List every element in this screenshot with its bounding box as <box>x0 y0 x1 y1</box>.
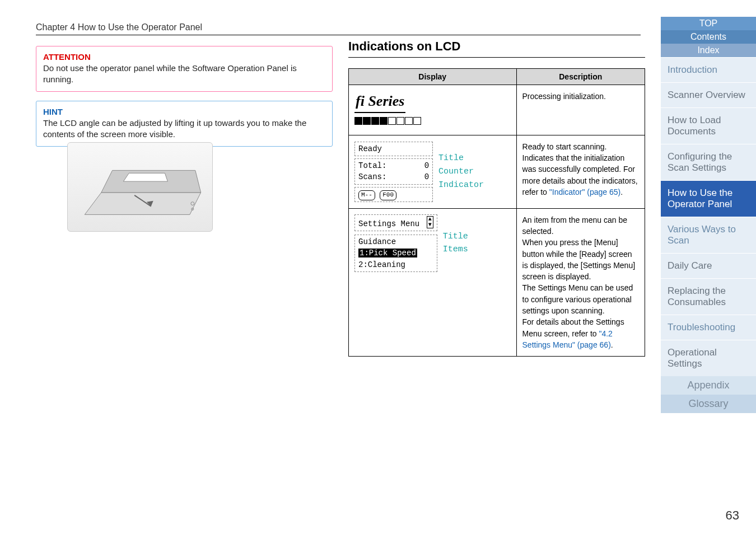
sidebar-nav: TOP Contents Index Introduction Scanner … <box>661 17 756 413</box>
sidebar-item-various-ways[interactable]: Various Ways to Scan <box>661 217 756 253</box>
attention-box: ATTENTION Do not use the operator panel … <box>36 46 333 92</box>
lcd-indicator-f: F00 <box>380 190 396 200</box>
nav-contents[interactable]: Contents <box>661 30 756 44</box>
scanner-illustration <box>67 142 213 232</box>
page-number: 63 <box>726 508 739 523</box>
lcd-indicator-m: M-- <box>358 190 375 200</box>
lcd-logo-text: fi Series <box>354 91 405 113</box>
table-header-description: Description <box>516 69 645 85</box>
desc-ready-after: . <box>620 188 623 196</box>
sidebar-item-load-documents[interactable]: How to Load Documents <box>661 107 756 144</box>
attention-title: ATTENTION <box>43 52 325 62</box>
hint-title: HINT <box>43 107 325 116</box>
updown-icon: ▲▼ <box>427 216 433 228</box>
sidebar-item-daily-care[interactable]: Daily Care <box>661 253 756 278</box>
lcd-menu-item-1: 1:Pick Speed <box>358 249 417 257</box>
sidebar-item-introduction[interactable]: Introduction <box>661 57 756 82</box>
annot-items: Items <box>443 243 468 256</box>
lcd-indications-table: Display Description fi Series Processing… <box>348 68 645 357</box>
nav-appendix[interactable]: Appendix <box>661 376 756 395</box>
attention-body: Do not use the operator panel while the … <box>43 63 325 86</box>
sidebar-item-consumables[interactable]: Replacing the Consumables <box>661 278 756 315</box>
desc-menu-after: . <box>611 340 613 349</box>
desc-cell-menu: An item from the menu can be selected. W… <box>516 208 645 357</box>
annot-title: Title <box>443 231 468 243</box>
table-row: Settings Menu ▲▼ Guidance 1:Pick Speed 2… <box>349 208 645 357</box>
display-cell-ready: Ready Total: 0 Scans: 0 <box>349 135 517 208</box>
hint-body: The LCD angle can be adjusted by lifting… <box>43 118 325 140</box>
display-cell-menu: Settings Menu ▲▼ Guidance 1:Pick Speed 2… <box>349 208 517 357</box>
svg-marker-0 <box>85 193 200 215</box>
desc-menu-text: An item from the menu can be selected. W… <box>522 216 636 338</box>
sidebar-item-scan-settings[interactable]: Configuring the Scan Settings <box>661 144 756 180</box>
lcd-menu-items: Guidance 1:Pick Speed 2:Cleaning <box>354 235 437 272</box>
annot-title: Title <box>438 152 484 165</box>
lcd-progress-bar <box>354 116 511 129</box>
lcd-menu-title: Settings Menu ▲▼ <box>354 214 437 231</box>
svg-marker-2 <box>123 173 167 181</box>
annot-indicator: Indicator <box>438 179 484 191</box>
desc-ready-link[interactable]: "Indicator" (page 65) <box>549 188 620 196</box>
chapter-header: Chapter 4 How to Use the Operator Panel <box>36 22 641 35</box>
section-title: Indications on LCD <box>348 39 645 58</box>
lcd-ready-counters: Total: 0 Scans: 0 <box>354 158 433 185</box>
nav-glossary[interactable]: Glossary <box>661 395 756 413</box>
lcd-total-label: Total: <box>358 161 386 170</box>
lcd-menu-subtitle: Guidance <box>358 236 433 247</box>
lcd-ready-title: Ready <box>354 142 433 156</box>
nav-top[interactable]: TOP <box>661 17 756 30</box>
annot-counter: Counter <box>438 166 484 178</box>
lcd-total-value: 0 <box>424 161 429 170</box>
desc-cell-init: Processing initialization. <box>516 85 645 135</box>
sidebar-item-operator-panel[interactable]: How to Use the Operator Panel <box>661 180 756 217</box>
table-row: Ready Total: 0 Scans: 0 <box>349 135 645 208</box>
sidebar-item-troubleshooting[interactable]: Troubleshooting <box>661 315 756 340</box>
sidebar-item-operational-settings[interactable]: Operational Settings <box>661 340 756 376</box>
sidebar-item-scanner-overview[interactable]: Scanner Overview <box>661 82 756 107</box>
lcd-scans-label: Scans: <box>358 172 386 181</box>
lcd-menu-item-2: 2:Cleaning <box>358 259 433 270</box>
lcd-ready-indicators: M-- F00 <box>354 187 433 202</box>
table-row: fi Series Processing initialization. <box>349 85 645 135</box>
lcd-scans-value: 0 <box>424 172 429 181</box>
hint-box: HINT The LCD angle can be adjusted by li… <box>36 101 333 147</box>
desc-cell-ready: Ready to start scanning. Indicates that … <box>516 135 645 208</box>
nav-index[interactable]: Index <box>661 44 756 57</box>
display-cell-init: fi Series <box>349 85 517 135</box>
lcd-menu-title-text: Settings Menu <box>358 219 419 228</box>
table-header-display: Display <box>349 69 517 85</box>
